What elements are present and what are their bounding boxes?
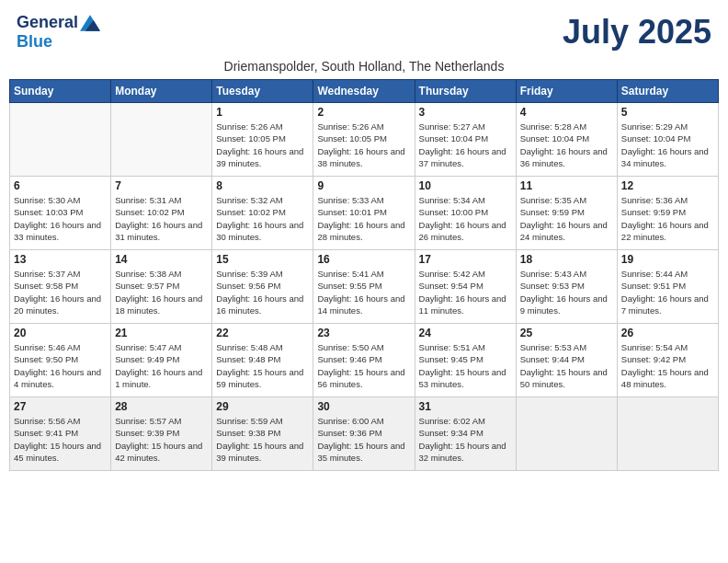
calendar-day-cell: 20Sunrise: 5:46 AM Sunset: 9:50 PM Dayli… xyxy=(10,324,111,397)
calendar-day-cell: 11Sunrise: 5:35 AM Sunset: 9:59 PM Dayli… xyxy=(516,177,617,250)
calendar-week-row: 13Sunrise: 5:37 AM Sunset: 9:58 PM Dayli… xyxy=(10,250,719,324)
day-info: Sunrise: 5:54 AM Sunset: 9:42 PM Dayligh… xyxy=(621,341,714,390)
calendar-day-cell: 5Sunrise: 5:29 AM Sunset: 10:04 PM Dayli… xyxy=(617,103,718,177)
day-info: Sunrise: 6:02 AM Sunset: 9:34 PM Dayligh… xyxy=(419,415,512,464)
weekday-header-row: SundayMondayTuesdayWednesdayThursdayFrid… xyxy=(10,80,719,103)
calendar-day-cell: 17Sunrise: 5:42 AM Sunset: 9:54 PM Dayli… xyxy=(415,250,516,324)
day-info: Sunrise: 5:31 AM Sunset: 10:02 PM Daylig… xyxy=(115,194,208,243)
day-info: Sunrise: 5:33 AM Sunset: 10:01 PM Daylig… xyxy=(317,194,410,243)
day-number: 3 xyxy=(419,106,512,119)
location-subtitle: Driemanspolder, South Holland, The Nethe… xyxy=(9,59,719,74)
calendar-day-cell: 14Sunrise: 5:38 AM Sunset: 9:57 PM Dayli… xyxy=(111,250,212,324)
day-number: 25 xyxy=(520,327,613,339)
calendar-day-cell xyxy=(617,397,718,471)
calendar-day-cell: 26Sunrise: 5:54 AM Sunset: 9:42 PM Dayli… xyxy=(617,324,718,397)
day-info: Sunrise: 5:34 AM Sunset: 10:00 PM Daylig… xyxy=(419,194,512,243)
calendar-week-row: 6Sunrise: 5:30 AM Sunset: 10:03 PM Dayli… xyxy=(10,177,719,250)
day-info: Sunrise: 5:38 AM Sunset: 9:57 PM Dayligh… xyxy=(115,268,208,316)
calendar-week-row: 27Sunrise: 5:56 AM Sunset: 9:41 PM Dayli… xyxy=(10,397,719,471)
day-number: 22 xyxy=(216,327,309,339)
calendar-day-cell xyxy=(516,397,617,471)
day-info: Sunrise: 5:26 AM Sunset: 10:05 PM Daylig… xyxy=(216,121,309,169)
weekday-header-cell: Wednesday xyxy=(313,80,415,103)
weekday-header-cell: Saturday xyxy=(617,80,718,103)
calendar-day-cell: 28Sunrise: 5:57 AM Sunset: 9:39 PM Dayli… xyxy=(111,397,212,471)
calendar-table: SundayMondayTuesdayWednesdayThursdayFrid… xyxy=(9,79,719,471)
weekday-header-cell: Monday xyxy=(111,80,212,103)
day-info: Sunrise: 5:30 AM Sunset: 10:03 PM Daylig… xyxy=(14,194,107,243)
day-info: Sunrise: 5:41 AM Sunset: 9:55 PM Dayligh… xyxy=(317,268,410,316)
day-number: 9 xyxy=(317,179,410,192)
calendar-day-cell: 21Sunrise: 5:47 AM Sunset: 9:49 PM Dayli… xyxy=(111,324,212,397)
day-number: 28 xyxy=(115,400,208,413)
calendar-day-cell: 24Sunrise: 5:51 AM Sunset: 9:45 PM Dayli… xyxy=(415,324,516,397)
day-info: Sunrise: 5:36 AM Sunset: 9:59 PM Dayligh… xyxy=(621,194,714,243)
calendar-day-cell: 29Sunrise: 5:59 AM Sunset: 9:38 PM Dayli… xyxy=(212,397,313,471)
calendar-day-cell: 30Sunrise: 6:00 AM Sunset: 9:36 PM Dayli… xyxy=(313,397,415,471)
day-info: Sunrise: 5:37 AM Sunset: 9:58 PM Dayligh… xyxy=(14,268,107,316)
day-number: 20 xyxy=(14,327,107,339)
day-number: 7 xyxy=(115,179,208,192)
calendar-body: 1Sunrise: 5:26 AM Sunset: 10:05 PM Dayli… xyxy=(10,103,719,471)
day-number: 30 xyxy=(317,400,410,413)
day-info: Sunrise: 5:27 AM Sunset: 10:04 PM Daylig… xyxy=(419,121,512,169)
calendar-day-cell: 31Sunrise: 6:02 AM Sunset: 9:34 PM Dayli… xyxy=(415,397,516,471)
calendar-day-cell: 9Sunrise: 5:33 AM Sunset: 10:01 PM Dayli… xyxy=(313,177,415,250)
calendar-day-cell: 23Sunrise: 5:50 AM Sunset: 9:46 PM Dayli… xyxy=(313,324,415,397)
calendar-day-cell: 6Sunrise: 5:30 AM Sunset: 10:03 PM Dayli… xyxy=(10,177,111,250)
logo-text: General Blue xyxy=(17,13,100,52)
day-number: 15 xyxy=(216,253,309,266)
calendar-day-cell: 22Sunrise: 5:48 AM Sunset: 9:48 PM Dayli… xyxy=(212,324,313,397)
day-number: 27 xyxy=(14,400,107,413)
day-number: 21 xyxy=(115,327,208,339)
calendar-day-cell: 1Sunrise: 5:26 AM Sunset: 10:05 PM Dayli… xyxy=(212,103,313,177)
day-number: 14 xyxy=(115,253,208,266)
day-number: 4 xyxy=(520,106,613,119)
day-number: 5 xyxy=(621,106,714,119)
calendar-day-cell: 16Sunrise: 5:41 AM Sunset: 9:55 PM Dayli… xyxy=(313,250,415,324)
day-number: 16 xyxy=(317,253,410,266)
calendar-day-cell: 25Sunrise: 5:53 AM Sunset: 9:44 PM Dayli… xyxy=(516,324,617,397)
day-info: Sunrise: 5:57 AM Sunset: 9:39 PM Dayligh… xyxy=(115,415,208,464)
day-info: Sunrise: 5:59 AM Sunset: 9:38 PM Dayligh… xyxy=(216,415,309,464)
calendar-week-row: 20Sunrise: 5:46 AM Sunset: 9:50 PM Dayli… xyxy=(10,324,719,397)
day-number: 1 xyxy=(216,106,309,119)
day-number: 10 xyxy=(419,179,512,192)
day-number: 13 xyxy=(14,253,107,266)
day-number: 29 xyxy=(216,400,309,413)
calendar-day-cell: 10Sunrise: 5:34 AM Sunset: 10:00 PM Dayl… xyxy=(415,177,516,250)
day-number: 2 xyxy=(317,106,410,119)
day-number: 19 xyxy=(621,253,714,266)
day-info: Sunrise: 5:46 AM Sunset: 9:50 PM Dayligh… xyxy=(14,341,107,390)
calendar-day-cell: 19Sunrise: 5:44 AM Sunset: 9:51 PM Dayli… xyxy=(617,250,718,324)
day-info: Sunrise: 5:44 AM Sunset: 9:51 PM Dayligh… xyxy=(621,268,714,316)
calendar-day-cell: 27Sunrise: 5:56 AM Sunset: 9:41 PM Dayli… xyxy=(10,397,111,471)
weekday-header-cell: Friday xyxy=(516,80,617,103)
day-number: 23 xyxy=(317,327,410,339)
day-info: Sunrise: 5:53 AM Sunset: 9:44 PM Dayligh… xyxy=(520,341,613,390)
weekday-header-cell: Sunday xyxy=(10,80,111,103)
calendar-day-cell: 12Sunrise: 5:36 AM Sunset: 9:59 PM Dayli… xyxy=(617,177,718,250)
day-number: 24 xyxy=(419,327,512,339)
day-info: Sunrise: 5:48 AM Sunset: 9:48 PM Dayligh… xyxy=(216,341,309,390)
day-number: 17 xyxy=(419,253,512,266)
day-number: 18 xyxy=(520,253,613,266)
calendar-day-cell: 13Sunrise: 5:37 AM Sunset: 9:58 PM Dayli… xyxy=(10,250,111,324)
day-info: Sunrise: 5:35 AM Sunset: 9:59 PM Dayligh… xyxy=(520,194,613,243)
day-info: Sunrise: 5:32 AM Sunset: 10:02 PM Daylig… xyxy=(216,194,309,243)
day-number: 6 xyxy=(14,179,107,192)
day-info: Sunrise: 5:29 AM Sunset: 10:04 PM Daylig… xyxy=(621,121,714,169)
day-number: 8 xyxy=(216,179,309,192)
calendar-day-cell xyxy=(10,103,111,177)
day-number: 31 xyxy=(419,400,512,413)
calendar-day-cell: 4Sunrise: 5:28 AM Sunset: 10:04 PM Dayli… xyxy=(516,103,617,177)
day-info: Sunrise: 5:28 AM Sunset: 10:04 PM Daylig… xyxy=(520,121,613,169)
day-info: Sunrise: 5:51 AM Sunset: 9:45 PM Dayligh… xyxy=(419,341,512,390)
logo: General Blue xyxy=(17,13,100,52)
page-header: General Blue July 2025 xyxy=(9,9,719,55)
day-info: Sunrise: 5:39 AM Sunset: 9:56 PM Dayligh… xyxy=(216,268,309,316)
weekday-header-cell: Thursday xyxy=(415,80,516,103)
calendar-day-cell: 7Sunrise: 5:31 AM Sunset: 10:02 PM Dayli… xyxy=(111,177,212,250)
day-info: Sunrise: 5:42 AM Sunset: 9:54 PM Dayligh… xyxy=(419,268,512,316)
calendar-day-cell: 8Sunrise: 5:32 AM Sunset: 10:02 PM Dayli… xyxy=(212,177,313,250)
